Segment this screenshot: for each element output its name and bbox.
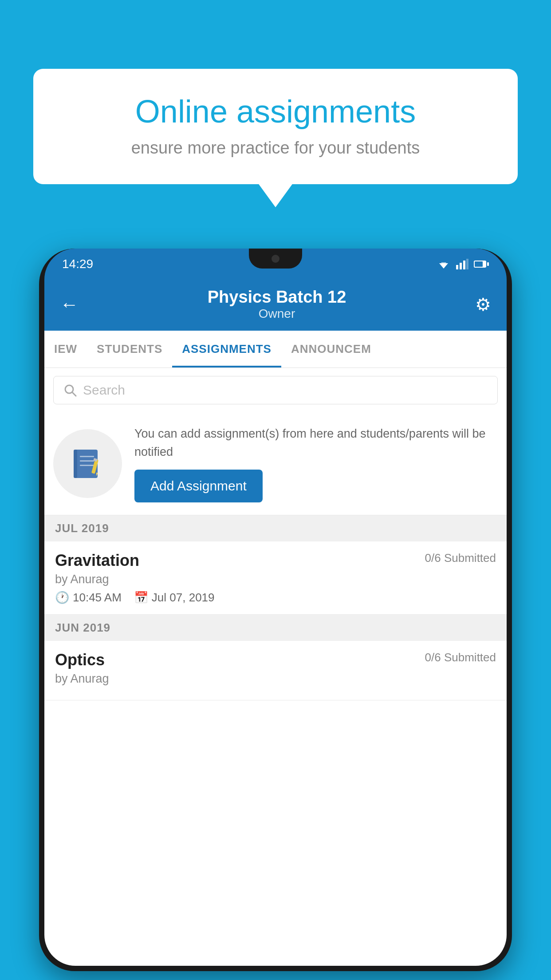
assignment-by-optics: by Anurag [55, 672, 496, 686]
back-button[interactable]: ← [60, 294, 79, 315]
svg-line-10 [72, 392, 76, 396]
tabs-bar: IEW STUDENTS ASSIGNMENTS ANNOUNCEM [44, 331, 507, 368]
status-icons [437, 259, 489, 269]
promo-text: You can add assignment(s) from here and … [134, 425, 494, 461]
tab-assignments[interactable]: ASSIGNMENTS [172, 331, 281, 368]
svg-rect-5 [466, 259, 468, 269]
calendar-icon: 📅 [134, 591, 148, 605]
header-title: Physics Batch 12 [79, 288, 475, 307]
gear-button[interactable]: ⚙ [475, 294, 491, 315]
app-header: ← Physics Batch 12 Owner ⚙ [44, 280, 507, 331]
bubble-subtitle: ensure more practice for your students [60, 138, 491, 158]
assignment-name-optics: Optics [55, 651, 105, 669]
assignment-item-header-optics: Optics 0/6 Submitted [55, 651, 496, 669]
assignment-time-gravitation: 🕐 10:45 AM [55, 591, 122, 605]
assignment-date-gravitation: 📅 Jul 07, 2019 [134, 591, 215, 605]
camera [272, 255, 279, 263]
bubble-arrow [258, 183, 293, 207]
add-assignment-button[interactable]: Add Assignment [134, 470, 263, 502]
svg-rect-2 [456, 265, 458, 269]
svg-rect-14 [80, 460, 94, 462]
tab-announcements[interactable]: ANNOUNCEM [281, 331, 381, 368]
assignment-promo: You can add assignment(s) from here and … [44, 412, 507, 515]
tab-iew[interactable]: IEW [44, 331, 87, 368]
search-bar[interactable]: Search [53, 376, 498, 404]
svg-rect-15 [80, 465, 94, 466]
clock-icon: 🕐 [55, 591, 69, 605]
status-bar: 14:29 [44, 249, 507, 280]
phone-inner: 14:29 [44, 249, 507, 966]
month-header-jun: JUN 2019 [44, 615, 507, 641]
battery-icon [474, 260, 489, 269]
speech-bubble-container: Online assignments ensure more practice … [33, 69, 518, 184]
assignment-by-gravitation: by Anurag [55, 573, 496, 586]
header-title-block: Physics Batch 12 Owner [79, 288, 475, 321]
search-icon [63, 383, 77, 397]
search-placeholder: Search [83, 383, 125, 398]
assignment-item-header: Gravitation 0/6 Submitted [55, 551, 496, 570]
month-header-jul: JUL 2019 [44, 515, 507, 541]
phone-wrapper: 14:29 [39, 249, 512, 971]
signal-icon [456, 259, 468, 269]
assignment-item-optics[interactable]: Optics 0/6 Submitted by Anurag [44, 641, 507, 700]
assignment-meta-gravitation: 🕐 10:45 AM 📅 Jul 07, 2019 [55, 591, 496, 605]
search-bar-wrap: Search [44, 368, 507, 412]
speech-bubble: Online assignments ensure more practice … [33, 69, 518, 184]
assignment-submitted-optics: 0/6 Submitted [425, 651, 496, 664]
svg-rect-8 [487, 262, 489, 266]
assignment-name-gravitation: Gravitation [55, 551, 139, 570]
wifi-icon [437, 259, 451, 269]
tab-students[interactable]: STUDENTS [87, 331, 172, 368]
svg-rect-12 [74, 450, 77, 478]
promo-content: You can add assignment(s) from here and … [134, 425, 494, 502]
time-value-gravitation: 10:45 AM [73, 591, 122, 605]
header-subtitle: Owner [79, 307, 475, 321]
assignment-submitted-gravitation: 0/6 Submitted [425, 551, 496, 565]
svg-rect-13 [80, 456, 94, 457]
date-value-gravitation: Jul 07, 2019 [152, 591, 215, 605]
screen-content: Search [44, 368, 507, 966]
notebook-icon [70, 446, 106, 482]
assignment-item-gravitation[interactable]: Gravitation 0/6 Submitted by Anurag 🕐 10… [44, 541, 507, 615]
svg-rect-4 [463, 261, 465, 269]
promo-icon-circle [53, 429, 122, 498]
bubble-title: Online assignments [60, 93, 491, 130]
phone-frame: 14:29 [39, 249, 512, 971]
status-time: 14:29 [62, 257, 93, 271]
phone-notch [249, 249, 302, 269]
svg-rect-7 [475, 261, 483, 267]
svg-rect-3 [460, 263, 462, 269]
